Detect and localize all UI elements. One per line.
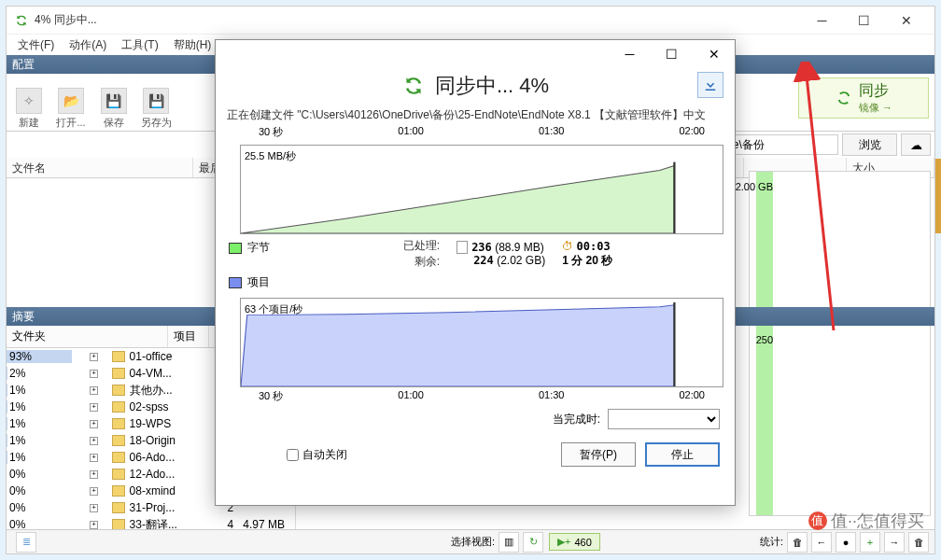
legend-bytes-swatch xyxy=(229,243,242,254)
file-icon xyxy=(456,241,468,254)
chart1-top-ticks: 30 秒01:0001:3002:00 xyxy=(240,123,723,139)
sb-view1[interactable]: ▥ xyxy=(499,532,519,553)
open-button[interactable]: 📂打开... xyxy=(49,77,93,130)
sb-stat2[interactable]: ← xyxy=(811,532,832,553)
download-button[interactable] xyxy=(697,72,723,98)
chart2-bottom-ticks: 30 秒01:0001:3002:00 xyxy=(240,387,723,403)
sync-icon xyxy=(835,89,853,107)
sb-stat5[interactable]: → xyxy=(884,532,905,553)
svg-marker-2 xyxy=(241,305,674,386)
stats-block: 已处理: 剩余: 236 (88.9 MB) 224 (2.02 GB) ⏱ 0… xyxy=(281,238,735,270)
dialog-minimize[interactable]: ─ xyxy=(609,40,651,68)
sb-stat3[interactable]: ● xyxy=(836,532,856,553)
minimize-button[interactable]: ─ xyxy=(801,7,843,35)
app-icon xyxy=(14,13,29,28)
dialog-titlebar: ─ ☐ ✕ xyxy=(216,40,735,68)
cloud-right-button[interactable]: ☁ xyxy=(901,133,931,156)
dialog-close[interactable]: ✕ xyxy=(693,40,735,68)
statusbar: ≣ 选择视图: ▥ ↻ ▶+460 统计: 🗑 ← ● + → 🗑 xyxy=(7,529,934,553)
sb-stat1[interactable]: 🗑 xyxy=(787,532,808,553)
sb-list-icon[interactable]: ≣ xyxy=(16,532,36,553)
items-chart: 63 个项目/秒 250 xyxy=(240,298,723,387)
menu-help[interactable]: 帮助(H) xyxy=(166,35,219,55)
legend-items-swatch xyxy=(229,277,242,288)
select-view-label: 选择视图: xyxy=(451,535,495,549)
table-row[interactable]: 0%+33-翻译...44.97 MB xyxy=(7,516,295,529)
clock-icon: ⏱ xyxy=(562,240,573,253)
close-button[interactable]: ✕ xyxy=(885,7,927,35)
stop-button[interactable]: 停止 xyxy=(645,442,720,467)
menu-tools[interactable]: 工具(T) xyxy=(114,35,165,55)
watermark: 值 值··怎值得买 xyxy=(808,510,924,532)
saveas-button[interactable]: 💾另存为 xyxy=(133,77,178,130)
col-filename[interactable]: 文件名 xyxy=(7,158,193,177)
col-folder[interactable]: 文件夹 xyxy=(7,326,168,347)
col-items[interactable]: 项目 xyxy=(168,326,209,347)
menu-file[interactable]: 文件(F) xyxy=(10,35,62,55)
titlebar: 4% 同步中... ─ ☐ ✕ xyxy=(7,7,934,35)
menu-action[interactable]: 动作(A) xyxy=(62,35,114,55)
speed-chart: 25.5 MB/秒 2.00 GB xyxy=(240,145,723,234)
sync-button[interactable]: 同步 镜像 → xyxy=(798,77,929,119)
when-done-row: 当完成时: xyxy=(216,403,735,435)
sb-stat4[interactable]: + xyxy=(860,532,880,553)
sb-view2[interactable]: ↻ xyxy=(523,532,543,553)
open-icon: 📂 xyxy=(58,88,84,114)
save-icon: 💾 xyxy=(101,88,127,114)
dialog-maximize[interactable]: ☐ xyxy=(651,40,693,68)
current-file-line: 正在创建文件 "C:\Users\40126\OneDrive\备份\25-En… xyxy=(216,107,735,123)
svg-marker-0 xyxy=(241,166,674,233)
right-progress-pane xyxy=(749,171,931,516)
window-title: 4% 同步中... xyxy=(35,12,801,28)
dialog-header: 同步中... 4% xyxy=(216,68,735,107)
save-button[interactable]: 💾保存 xyxy=(97,77,130,130)
sync-dialog: ─ ☐ ✕ 同步中... 4% 正在创建文件 "C:\Users\40126\O… xyxy=(215,39,736,506)
pause-button[interactable]: 暂停(P) xyxy=(561,442,636,467)
download-icon xyxy=(702,77,719,93)
right-edge-strip xyxy=(935,159,941,233)
when-done-select[interactable] xyxy=(608,409,720,429)
views-badge[interactable]: ▶+460 xyxy=(549,533,600,551)
saveas-icon: 💾 xyxy=(143,88,169,114)
sync-icon xyxy=(401,74,426,98)
stats-label: 统计: xyxy=(760,535,783,549)
sb-stat6[interactable]: 🗑 xyxy=(908,532,929,553)
maximize-button[interactable]: ☐ xyxy=(843,7,885,35)
new-icon: ✧ xyxy=(16,88,42,114)
browse-right-button[interactable]: 浏览 xyxy=(842,133,898,156)
new-button[interactable]: ✧新建 xyxy=(12,77,45,130)
auto-close-checkbox[interactable]: 自动关闭 xyxy=(287,447,347,463)
dialog-buttons: 自动关闭 暂停(P) 停止 xyxy=(216,435,735,474)
